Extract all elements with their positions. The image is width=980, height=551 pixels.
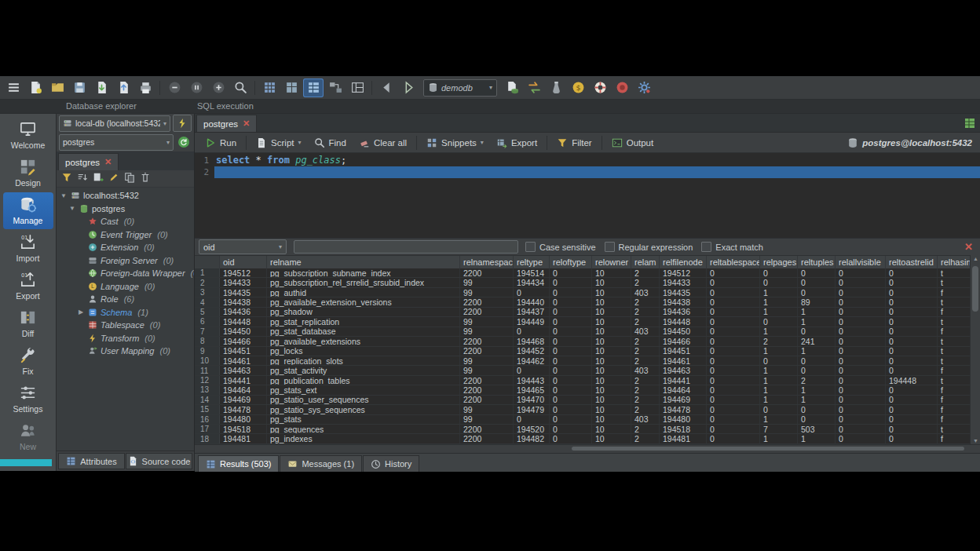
chevron-down-icon[interactable]: ▼ bbox=[68, 205, 76, 212]
table-row[interactable]: 6194448pg_stat_replication99194449010219… bbox=[195, 317, 970, 327]
sql-toolbar-export-button[interactable]: Export bbox=[491, 134, 543, 151]
table-cell[interactable]: 0 bbox=[836, 356, 886, 365]
table-cell[interactable]: 194433 bbox=[660, 278, 707, 286]
table-cell[interactable]: f bbox=[938, 396, 970, 404]
sql-editor[interactable]: 1select * from pg_class;2 bbox=[195, 153, 980, 238]
sql-tab-postgres[interactable]: postgres ✕ bbox=[196, 115, 257, 132]
table-cell[interactable]: 194480 bbox=[660, 415, 707, 424]
column-header-relfilenode[interactable]: relfilenode bbox=[660, 256, 707, 268]
table-cell[interactable]: 2200 bbox=[460, 396, 514, 404]
table-cell[interactable]: 0 bbox=[886, 268, 938, 277]
layout-button[interactable] bbox=[347, 78, 368, 97]
table-cell[interactable]: 194440 bbox=[514, 297, 550, 306]
table-row[interactable]: 18194481pg_indexes2200194482010219448101… bbox=[195, 434, 970, 443]
column-header-reltoastrelid[interactable]: reltoastrelid bbox=[886, 256, 938, 268]
table-cell[interactable]: f bbox=[938, 308, 970, 316]
explorer-database-combo[interactable]: postgres ▾ bbox=[59, 134, 174, 151]
table-cell[interactable]: pg_authid bbox=[267, 288, 460, 297]
table-cell[interactable]: 194466 bbox=[220, 337, 267, 345]
table-cell[interactable]: 0 bbox=[836, 434, 886, 443]
tree-item-role[interactable]: Role(6) bbox=[57, 293, 194, 306]
table-row[interactable]: 7194450pg_stat_database99001040319445001… bbox=[195, 327, 970, 337]
table-cell[interactable]: 10 bbox=[592, 376, 631, 385]
table-cell[interactable]: 0 bbox=[760, 405, 798, 414]
table-cell[interactable]: 0 bbox=[707, 366, 760, 374]
table-cell[interactable]: 0 bbox=[550, 415, 592, 424]
table-cell[interactable]: 1 bbox=[798, 308, 836, 316]
open-file-button[interactable] bbox=[47, 78, 68, 97]
table-cell[interactable]: 0 bbox=[550, 356, 592, 365]
row-number-cell[interactable]: 6 bbox=[195, 317, 220, 326]
table-cell[interactable]: 10 bbox=[592, 356, 631, 365]
table-cell[interactable]: f bbox=[938, 405, 970, 414]
table-cell[interactable]: 194464 bbox=[660, 385, 707, 394]
close-filter-icon[interactable]: ✕ bbox=[964, 241, 976, 253]
explorer-tab-source-code[interactable]: Source code bbox=[126, 453, 192, 469]
table-cell[interactable]: 2200 bbox=[460, 385, 514, 394]
add-object-button[interactable] bbox=[93, 172, 104, 186]
table-cell[interactable]: 0 bbox=[550, 337, 592, 345]
table-cell[interactable]: 1 bbox=[798, 385, 836, 394]
column-header-relname[interactable]: relname bbox=[267, 256, 460, 268]
table-cell[interactable]: 0 bbox=[886, 337, 938, 345]
table-cell[interactable]: 1 bbox=[760, 434, 798, 443]
table-cell[interactable]: 0 bbox=[707, 415, 760, 424]
table-cell[interactable]: 0 bbox=[836, 327, 886, 336]
table-cell[interactable]: 10 bbox=[592, 385, 631, 394]
explorer-tab-attributes[interactable]: Attributes bbox=[58, 453, 125, 469]
sort-button[interactable] bbox=[77, 172, 88, 186]
table-cell[interactable]: pg_indexes bbox=[267, 434, 460, 443]
table-cell[interactable]: 194436 bbox=[220, 308, 267, 316]
results-tab-history[interactable]: History bbox=[363, 455, 419, 472]
table-cell[interactable]: 2 bbox=[760, 337, 798, 345]
column-header-relhasindex[interactable]: relhasindex bbox=[938, 256, 970, 268]
table-row[interactable]: 13194464pg_stats_ext22001944650102194464… bbox=[195, 385, 970, 395]
row-number-cell[interactable]: 11 bbox=[195, 366, 220, 374]
table-cell[interactable]: 194465 bbox=[514, 385, 550, 394]
row-number-cell[interactable]: 7 bbox=[195, 327, 220, 336]
table-cell[interactable]: 2200 bbox=[460, 434, 514, 443]
table-cell[interactable]: 1 bbox=[798, 396, 836, 404]
table-cell[interactable]: 10 bbox=[592, 405, 631, 414]
table-cell[interactable]: 0 bbox=[760, 278, 798, 286]
table-cell[interactable]: 0 bbox=[836, 366, 886, 374]
row-number-cell[interactable]: 18 bbox=[195, 434, 220, 443]
table-cell[interactable]: 0 bbox=[836, 288, 886, 297]
import-file-button[interactable] bbox=[91, 78, 112, 97]
table-cell[interactable]: 2 bbox=[631, 278, 660, 286]
table-cell[interactable]: 0 bbox=[707, 297, 760, 306]
table-cell[interactable]: 194469 bbox=[660, 396, 707, 404]
table-cell[interactable]: 194449 bbox=[514, 317, 550, 326]
table-cell[interactable]: 2 bbox=[631, 405, 660, 414]
table-cell[interactable]: 2200 bbox=[460, 376, 514, 385]
table-cell[interactable]: 1 bbox=[760, 376, 798, 385]
table-cell[interactable]: 0 bbox=[836, 337, 886, 345]
table-cell[interactable]: 194451 bbox=[220, 347, 267, 356]
table-row[interactable]: 2194433pg_subscription_rel_srrelid_srsub… bbox=[195, 278, 970, 287]
table-cell[interactable]: 194441 bbox=[660, 376, 707, 385]
row-number-cell[interactable]: 2 bbox=[195, 278, 220, 286]
back-button[interactable] bbox=[376, 78, 397, 97]
sql-toolbar-snippets-button[interactable]: Snippets▾ bbox=[421, 134, 489, 151]
table-cell[interactable]: 194437 bbox=[514, 308, 550, 316]
sidenav-item-fix[interactable]: Fix bbox=[3, 343, 53, 380]
table-cell[interactable]: 10 bbox=[592, 308, 631, 316]
grid-large-button[interactable] bbox=[303, 78, 324, 97]
table-cell[interactable]: 0 bbox=[550, 385, 592, 394]
search-button[interactable] bbox=[230, 78, 250, 97]
table-cell[interactable]: 1 bbox=[760, 415, 798, 424]
table-cell[interactable]: 1 bbox=[760, 347, 798, 356]
tree-item-localhost-5432[interactable]: ▼localhost:5432 bbox=[57, 189, 194, 203]
table-cell[interactable]: t bbox=[938, 317, 970, 326]
table-cell[interactable]: 0 bbox=[836, 308, 886, 316]
tree-item-extension[interactable]: Extension(0) bbox=[57, 241, 194, 254]
zoom-out-button[interactable] bbox=[164, 78, 185, 97]
table-cell[interactable]: pg_stat_replication bbox=[267, 317, 460, 326]
table-cell[interactable]: 99 bbox=[460, 327, 514, 336]
row-number-cell[interactable]: 10 bbox=[195, 356, 220, 365]
delete-button[interactable] bbox=[140, 172, 151, 186]
table-cell[interactable]: f bbox=[938, 385, 970, 394]
table-cell[interactable]: 0 bbox=[798, 415, 836, 424]
results-panel-icon[interactable] bbox=[964, 117, 976, 130]
table-row[interactable]: 4194438pg_available_extension_versions22… bbox=[195, 297, 970, 307]
